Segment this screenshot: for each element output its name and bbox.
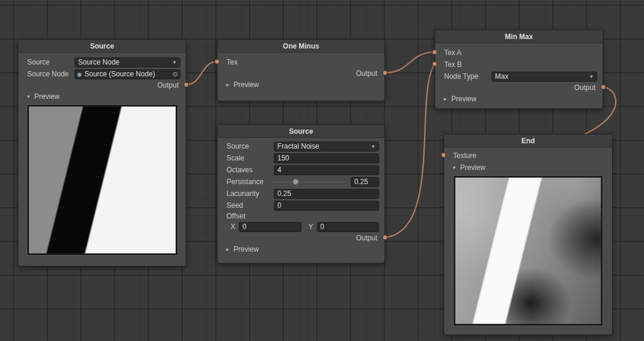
source-node-label: Source Node (27, 70, 75, 78)
seed-label: Seed (226, 201, 274, 210)
port-minmax-output[interactable] (601, 85, 606, 90)
offset-x-label: X (231, 223, 235, 231)
seed-row: Seed (218, 200, 384, 211)
node-source-left[interactable]: Source Source Source Node ▼ Source Node … (18, 39, 186, 266)
object-picker-icon[interactable]: ⊙ (173, 70, 178, 78)
triangle-down-icon: ▼ (452, 165, 457, 170)
triangle-right-icon: ► (443, 96, 448, 102)
preview-foldout[interactable]: ► Preview (435, 93, 603, 105)
source-row: Source Source Node ▼ (18, 56, 186, 68)
node-end[interactable]: End Texture ▼ Preview (444, 134, 613, 335)
triangle-down-icon: ▼ (26, 94, 31, 99)
source-dropdown[interactable]: Fractal Noise ▼ (274, 141, 379, 152)
offset-label: Offset (226, 212, 245, 220)
output-label: Output (574, 83, 596, 92)
octaves-row: Octaves (218, 164, 384, 176)
node-title[interactable]: Min Max (435, 30, 603, 43)
scale-field[interactable] (274, 153, 379, 163)
port-oneminus-output[interactable] (383, 70, 388, 76)
port-source-fractal-output[interactable] (383, 235, 388, 240)
source-label: Source (226, 142, 274, 150)
source-node-object-field[interactable]: ◉ Source (Source Node) ⊙ (75, 69, 180, 79)
texture-input-row: Texture (444, 150, 612, 162)
output-row: Output (435, 82, 603, 93)
source-row: Source Fractal Noise ▼ (218, 140, 384, 152)
scale-label: Scale (226, 154, 274, 162)
node-type-label: Node Type (444, 72, 491, 81)
output-label: Output (356, 69, 377, 78)
output-row: Output (18, 80, 186, 91)
preview-foldout[interactable]: ► Preview (218, 79, 384, 91)
offset-row: Offset (218, 211, 384, 221)
source-dropdown[interactable]: Source Node ▼ (75, 57, 180, 67)
node-source-fractal[interactable]: Source Source Fractal Noise ▼ Scale Octa… (217, 124, 385, 263)
preview-foldout[interactable]: ► Preview (218, 243, 384, 255)
octaves-label: Octaves (226, 166, 274, 174)
node-title[interactable]: End (444, 134, 612, 147)
lacunarity-label: Lacunarity (226, 189, 274, 198)
triangle-right-icon: ► (225, 82, 231, 88)
preview-image (454, 176, 603, 326)
preview-foldout[interactable]: ▼ Preview (444, 162, 612, 173)
preview-foldout[interactable]: ▼ Preview (18, 91, 186, 102)
persistance-row: Persistance (218, 176, 384, 188)
octaves-field[interactable] (274, 165, 379, 175)
tex-b-input-row: Tex B (435, 59, 603, 70)
node-title[interactable]: Source (18, 40, 186, 53)
tex-a-input-row: Tex A (435, 47, 603, 59)
seed-field[interactable] (274, 201, 379, 211)
object-field-value: Source (Source Node) (85, 70, 170, 78)
wire-fractal-to-minmax-texb[interactable] (385, 64, 435, 237)
source-node-row: Source Node ◉ Source (Source Node) ⊙ (18, 68, 186, 80)
source-dropdown-value: Fractal Noise (277, 142, 368, 150)
port-minmax-tex-a-input[interactable] (432, 50, 438, 55)
port-end-texture-input[interactable] (441, 153, 446, 158)
node-min-max[interactable]: Min Max Tex A Tex B Node Type Max ▼ Outp… (435, 30, 603, 109)
scale-row: Scale (218, 152, 384, 164)
tex-input-label: Tex (226, 58, 238, 66)
node-type-row: Node Type Max ▼ (435, 70, 603, 82)
triangle-right-icon: ► (225, 247, 231, 252)
output-label: Output (356, 234, 377, 242)
port-oneminus-tex-input[interactable] (215, 59, 220, 65)
tex-a-label: Tex A (444, 49, 461, 57)
wire-source-to-oneminus[interactable] (186, 62, 217, 85)
output-row: Output (218, 233, 384, 243)
preview-image (27, 105, 177, 255)
persistance-slider[interactable] (274, 177, 346, 187)
offset-xy-row: X Y (218, 221, 384, 233)
source-label: Source (27, 58, 75, 66)
wire-oneminus-to-minmax-texa[interactable] (385, 52, 435, 73)
output-row: Output (218, 68, 384, 79)
dropdown-arrow-icon: ▼ (371, 144, 376, 149)
offset-y-label: Y (309, 223, 313, 231)
tex-input-row: Tex (218, 56, 384, 68)
node-graph-canvas[interactable]: Source Source Source Node ▼ Source Node … (0, 0, 644, 341)
node-type-dropdown[interactable]: Max ▼ (491, 72, 597, 82)
lacunarity-field[interactable] (274, 189, 379, 199)
preview-label: Preview (34, 92, 60, 101)
tex-b-label: Tex B (444, 60, 462, 69)
node-title[interactable]: Source (218, 125, 384, 138)
persistance-label: Persistance (226, 178, 274, 186)
node-one-minus[interactable]: One Minus Tex Output ► Preview (217, 39, 385, 101)
persistance-slider-thumb[interactable] (293, 179, 299, 185)
output-label: Output (157, 81, 179, 89)
preview-label: Preview (460, 163, 486, 172)
offset-x-field[interactable] (239, 222, 301, 232)
lacunarity-row: Lacunarity (218, 188, 384, 200)
offset-y-field[interactable] (317, 222, 379, 232)
dropdown-arrow-icon: ▼ (589, 74, 594, 79)
asset-icon: ◉ (77, 71, 82, 78)
port-minmax-tex-b-input[interactable] (432, 62, 438, 67)
source-dropdown-value: Source Node (78, 58, 170, 66)
node-type-value: Max (495, 72, 587, 81)
dropdown-arrow-icon: ▼ (172, 60, 177, 65)
port-source-left-output[interactable] (184, 82, 189, 88)
node-title[interactable]: One Minus (218, 40, 384, 53)
preview-label: Preview (234, 81, 259, 89)
preview-label: Preview (451, 95, 477, 103)
preview-label: Preview (234, 245, 259, 253)
persistance-field[interactable] (351, 177, 379, 187)
texture-input-label: Texture (453, 152, 476, 160)
